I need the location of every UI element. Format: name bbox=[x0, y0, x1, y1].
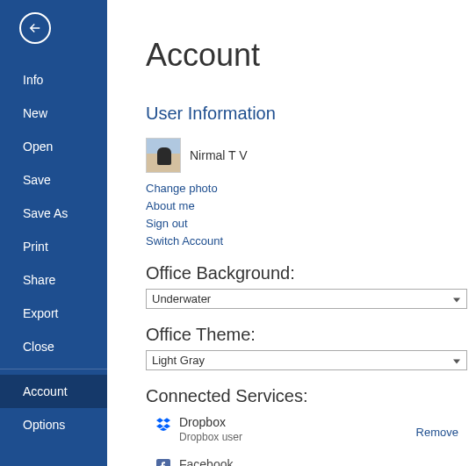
service-text: Facebook bbox=[179, 457, 233, 466]
back-arrow-icon bbox=[27, 20, 43, 36]
page-title: Account bbox=[146, 37, 476, 74]
office-background-select[interactable]: Underwater bbox=[146, 289, 467, 309]
sidebar-item-close[interactable]: Close bbox=[0, 330, 107, 363]
user-row: Nirmal T V bbox=[146, 138, 476, 173]
main-content: Account User Information Nirmal T V Chan… bbox=[107, 0, 476, 466]
sidebar-item-save[interactable]: Save bbox=[0, 163, 107, 197]
sidebar-item-share[interactable]: Share bbox=[0, 263, 107, 297]
service-name: Facebook bbox=[179, 457, 233, 466]
sidebar-divider bbox=[0, 369, 107, 369]
sidebar-item-new[interactable]: New bbox=[0, 97, 107, 130]
dropbox-icon bbox=[156, 417, 170, 431]
sidebar-item-open[interactable]: Open bbox=[0, 130, 107, 163]
office-theme-select[interactable]: Light Gray bbox=[146, 350, 467, 370]
facebook-icon bbox=[156, 459, 170, 466]
change-photo-link[interactable]: Change photo bbox=[146, 182, 476, 195]
remove-service-link[interactable]: Remove bbox=[416, 426, 458, 439]
user-name: Nirmal T V bbox=[190, 148, 248, 162]
service-name: Dropbox bbox=[179, 415, 242, 429]
backstage-sidebar: Info New Open Save Save As Print Share E… bbox=[0, 0, 107, 466]
connected-services-heading: Connected Services: bbox=[146, 386, 476, 406]
sidebar-item-info[interactable]: Info bbox=[0, 63, 107, 97]
user-avatar bbox=[146, 138, 181, 173]
service-text: Dropbox Dropbox user bbox=[179, 415, 242, 443]
office-theme-select-wrap: Light Gray bbox=[146, 350, 467, 370]
sidebar-item-save-as[interactable]: Save As bbox=[0, 197, 107, 230]
office-background-select-wrap: Underwater bbox=[146, 289, 467, 309]
sidebar-item-print[interactable]: Print bbox=[0, 230, 107, 263]
sidebar-item-options[interactable]: Options bbox=[0, 408, 107, 441]
office-background-label: Office Background: bbox=[146, 263, 476, 283]
sidebar-item-export[interactable]: Export bbox=[0, 297, 107, 330]
user-links: Change photo About me Sign out Switch Ac… bbox=[146, 182, 476, 247]
switch-account-link[interactable]: Switch Account bbox=[146, 234, 476, 247]
back-button[interactable] bbox=[19, 12, 51, 44]
service-row-facebook: Facebook bbox=[146, 457, 476, 466]
user-info-heading: User Information bbox=[146, 104, 476, 124]
service-subtitle: Dropbox user bbox=[179, 431, 242, 443]
service-row-dropbox: Dropbox Dropbox user Remove bbox=[146, 415, 476, 443]
sidebar-item-account[interactable]: Account bbox=[0, 375, 107, 408]
about-me-link[interactable]: About me bbox=[146, 199, 476, 212]
office-theme-label: Office Theme: bbox=[146, 325, 476, 345]
sign-out-link[interactable]: Sign out bbox=[146, 217, 476, 230]
